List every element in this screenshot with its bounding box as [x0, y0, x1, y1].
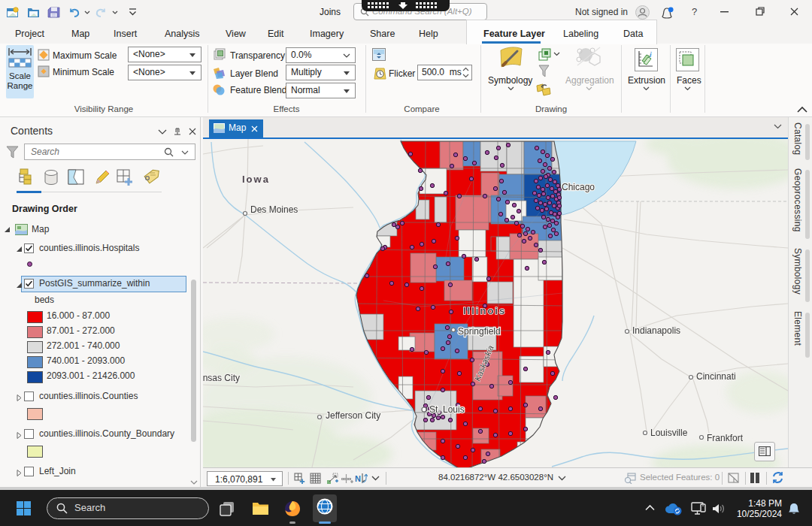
svg-text:Iowa: Iowa: [242, 174, 270, 185]
svg-text:Kansas City: Kansas City: [203, 373, 240, 383]
svg-text:Indianapolis: Indianapolis: [632, 325, 680, 336]
svg-text:Chicago: Chicago: [562, 182, 595, 192]
svg-text:Louisville: Louisville: [650, 428, 688, 438]
svg-text:Springfield: Springfield: [458, 326, 501, 337]
svg-text:N: N: [355, 474, 361, 483]
svg-text:St. Louis: St. Louis: [429, 404, 465, 415]
svg-text:Jefferson City: Jefferson City: [326, 410, 380, 421]
svg-text:Frankfort: Frankfort: [707, 433, 744, 443]
svg-text:Illinois: Illinois: [463, 305, 506, 316]
svg-text:i: i: [650, 51, 652, 59]
svg-text:Cincinnati: Cincinnati: [696, 371, 736, 382]
svg-text:Des Moines: Des Moines: [250, 204, 298, 215]
